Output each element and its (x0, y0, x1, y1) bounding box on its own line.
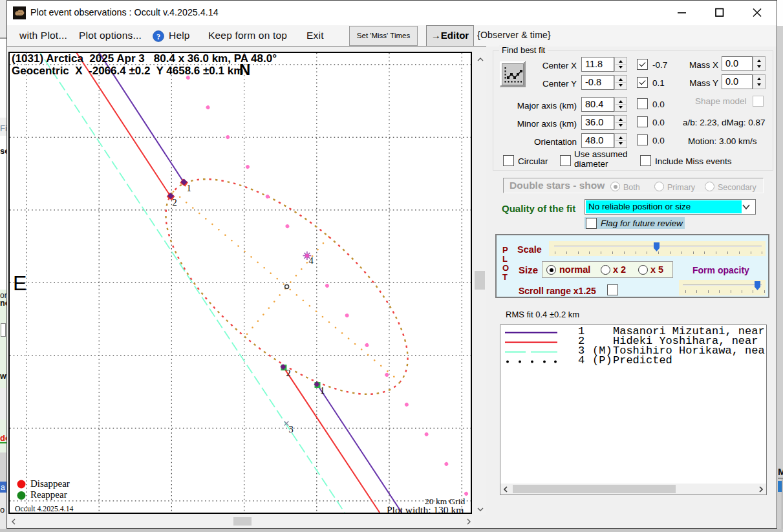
svg-text:4: 4 (309, 255, 314, 266)
svg-text:2: 2 (286, 368, 291, 378)
svg-text:3: 3 (289, 424, 294, 434)
svg-text:2: 2 (173, 197, 177, 207)
svg-text:1: 1 (320, 385, 325, 396)
svg-text:?: ? (156, 32, 160, 41)
svg-text:1: 1 (187, 183, 191, 193)
